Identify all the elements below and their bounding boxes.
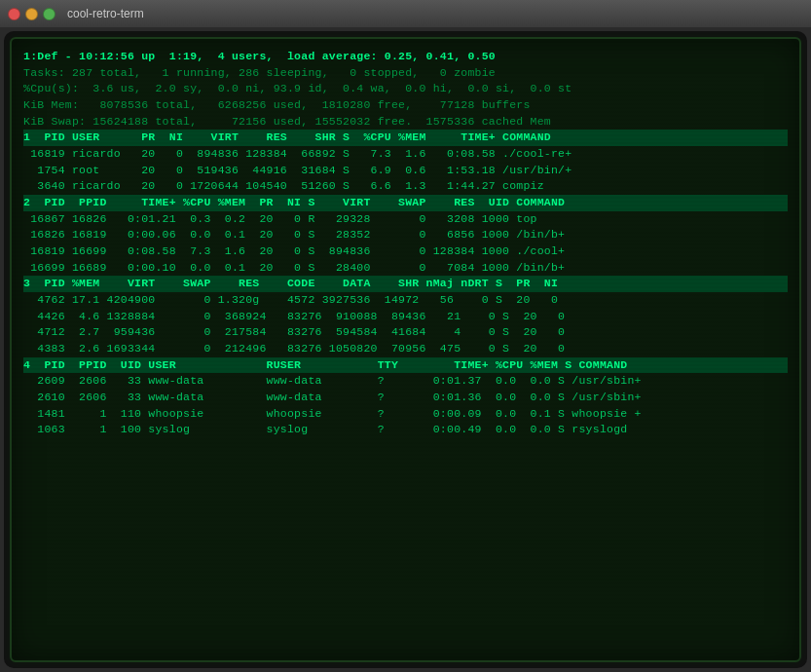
- terminal-line: 1:Def - 10:12:56 up 1:19, 4 users, load …: [23, 49, 788, 65]
- minimize-button[interactable]: [25, 8, 38, 20]
- terminal-line: 4712 2.7 959436 0 217584 83276 594584 41…: [23, 324, 788, 341]
- terminal-line: KiB Mem: 8078536 total, 6268256 used, 18…: [23, 97, 788, 114]
- window-controls[interactable]: [8, 8, 55, 20]
- terminal-line: 2609 2606 33 www-data www-data ? 0:01.37…: [23, 373, 788, 390]
- terminal-line: 4762 17.1 4204900 0 1.320g 4572 3927536 …: [23, 292, 788, 309]
- terminal-line: Tasks: 287 total, 1 running, 286 sleepin…: [23, 65, 788, 82]
- terminal-line: 4426 4.6 1328884 0 368924 83276 910088 8…: [23, 309, 788, 325]
- terminal-line: 3 PID %MEM VIRT SWAP RES CODE DATA SHR n…: [23, 276, 788, 292]
- terminal-line: 1 PID USER PR NI VIRT RES SHR S %CPU %ME…: [23, 130, 788, 146]
- terminal-line: 16867 16826 0:01.21 0.3 0.2 20 0 R 29328…: [23, 211, 788, 228]
- terminal-line: 1063 1 100 syslog syslog ? 0:00.49 0.0 0…: [23, 422, 788, 438]
- terminal-line: 16826 16819 0:00.06 0.0 0.1 20 0 S 28352…: [23, 227, 788, 243]
- close-button[interactable]: [8, 8, 20, 20]
- terminal-line: 4 PID PPID UID USER RUSER TTY TIME+ %CPU…: [23, 357, 788, 374]
- terminal-line: 2 PID PPID TIME+ %CPU %MEM PR NI S VIRT …: [23, 195, 788, 211]
- terminal-line: 16819 ricardo 20 0 894836 128384 66892 S…: [23, 146, 788, 163]
- terminal-line: 16699 16689 0:00.10 0.0 0.1 20 0 S 28400…: [23, 260, 788, 277]
- window-title: cool-retro-term: [67, 7, 144, 20]
- terminal-line: KiB Swap: 15624188 total, 72156 used, 15…: [23, 114, 788, 131]
- title-bar: cool-retro-term: [0, 0, 811, 27]
- terminal-line: 3640 ricardo 20 0 1720644 104540 51260 S…: [23, 178, 788, 195]
- terminal-line: %Cpu(s): 3.6 us, 2.0 sy, 0.0 ni, 93.9 id…: [23, 81, 788, 97]
- terminal-line: 2610 2606 33 www-data www-data ? 0:01.36…: [23, 390, 788, 406]
- terminal-line: 1481 1 110 whoopsie whoopsie ? 0:00.09 0…: [23, 406, 788, 423]
- terminal-line: 4383 2.6 1693344 0 212496 83276 1050820 …: [23, 341, 788, 357]
- terminal-line: 1754 root 20 0 519436 44916 31684 S 6.9 …: [23, 163, 788, 179]
- maximize-button[interactable]: [43, 8, 55, 20]
- terminal-screen[interactable]: 1:Def - 10:12:56 up 1:19, 4 users, load …: [10, 37, 801, 662]
- terminal-line: 16819 16699 0:08.58 7.3 1.6 20 0 S 89483…: [23, 243, 788, 260]
- terminal-outer: 1:Def - 10:12:56 up 1:19, 4 users, load …: [4, 31, 807, 668]
